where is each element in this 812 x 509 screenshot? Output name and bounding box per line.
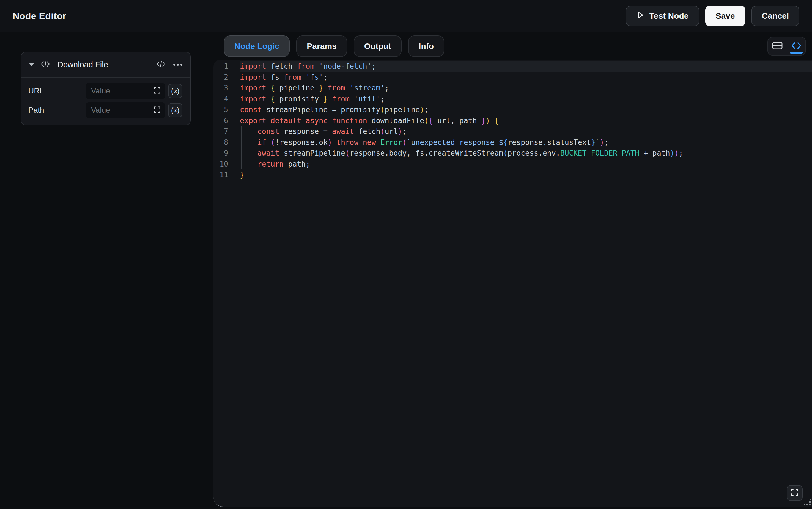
code-line: 1import fetch from 'node-fetch'; xyxy=(214,61,812,72)
view-mode-toggle xyxy=(768,37,806,56)
collapse-chevron-down-icon[interactable] xyxy=(29,63,34,66)
line-number: 2 xyxy=(214,73,240,81)
resize-grip[interactable] xyxy=(804,499,811,506)
node-title: Download File xyxy=(58,60,108,69)
edit-code-icon[interactable] xyxy=(156,60,165,69)
variable-fx-button[interactable]: (x) xyxy=(168,84,182,98)
line-number: 11 xyxy=(214,170,240,179)
code-line: 2import fs from 'fs'; xyxy=(214,72,812,83)
code-text: return path; xyxy=(240,160,310,168)
tabs-row: Node Logic Params Output Info xyxy=(214,32,812,60)
top-bar-actions: Test Node Save Cancel xyxy=(626,6,799,26)
code-icon xyxy=(40,60,50,69)
line-number: 9 xyxy=(214,149,240,157)
expand-icon[interactable] xyxy=(153,106,161,114)
line-number: 6 xyxy=(214,116,240,125)
code-text: const streamPipeline = promisify(pipelin… xyxy=(240,105,429,114)
code-text: import fetch from 'node-fetch'; xyxy=(240,62,376,70)
split-view-toggle-button[interactable] xyxy=(768,37,787,55)
code-text: import { promisify } from 'util'; xyxy=(240,95,385,103)
fullscreen-icon xyxy=(790,488,799,498)
code-line: 4import { promisify } from 'util'; xyxy=(214,94,812,104)
code-text: export default async function downloadFi… xyxy=(240,116,499,125)
left-pane: Download File URL Val xyxy=(0,32,213,509)
code-line: 5const streamPipeline = promisify(pipeli… xyxy=(214,104,812,115)
active-toggle-indicator xyxy=(790,52,803,54)
code-line: 9 await streamPipeline(response.body, fs… xyxy=(214,147,812,159)
code-line: 11} xyxy=(214,169,812,180)
code-text: const response = await fetch(url); xyxy=(240,127,407,135)
node-card-header-actions xyxy=(156,60,182,69)
tab-output[interactable]: Output xyxy=(354,35,402,57)
code-text: await streamPipeline(response.body, fs.c… xyxy=(240,149,683,157)
path-input[interactable]: Value xyxy=(86,102,165,118)
page-title: Node Editor xyxy=(13,11,66,22)
code-line: 8 if (!response.ok) throw new Error(`une… xyxy=(214,137,812,148)
code-text: if (!response.ok) throw new Error(`unexp… xyxy=(240,138,608,146)
code-line: 6export default async function downloadF… xyxy=(214,115,812,126)
play-icon xyxy=(636,11,645,22)
line-number: 7 xyxy=(214,127,240,135)
line-number: 10 xyxy=(214,160,240,168)
code-lines: 1import fetch from 'node-fetch';2import … xyxy=(214,60,812,180)
editor-pane: Node Logic Params Output Info xyxy=(213,32,812,509)
field-label: URL xyxy=(28,87,86,95)
top-bar: Node Editor Test Node Save Cancel xyxy=(0,0,812,32)
main-layout: Download File URL Val xyxy=(0,32,812,509)
save-button[interactable]: Save xyxy=(705,6,745,26)
code-icon xyxy=(791,41,802,51)
line-number: 5 xyxy=(214,105,240,114)
node-card-body: URL Value (x) Path Value xyxy=(21,77,190,125)
field-row-url: URL Value (x) xyxy=(28,83,183,99)
tab-node-logic[interactable]: Node Logic xyxy=(224,35,290,57)
variable-fx-button[interactable]: (x) xyxy=(168,103,182,117)
line-number: 3 xyxy=(214,83,240,92)
code-text: import { pipeline } from 'stream'; xyxy=(240,83,389,92)
node-card: Download File URL Val xyxy=(21,52,191,125)
input-placeholder: Value xyxy=(91,106,153,114)
code-text: import fs from 'fs'; xyxy=(240,73,327,81)
tab-info[interactable]: Info xyxy=(408,35,444,57)
cancel-button[interactable]: Cancel xyxy=(751,6,799,26)
split-rows-icon xyxy=(772,41,783,51)
node-card-header: Download File xyxy=(21,52,190,77)
tab-params[interactable]: Params xyxy=(296,35,347,57)
line-number: 1 xyxy=(214,62,240,70)
input-placeholder: Value xyxy=(91,87,153,95)
test-node-button[interactable]: Test Node xyxy=(626,6,699,26)
code-line: 3import { pipeline } from 'stream'; xyxy=(214,82,812,94)
expand-icon[interactable] xyxy=(153,87,161,95)
code-line: 7 const response = await fetch(url); xyxy=(214,126,812,137)
field-label: Path xyxy=(28,106,86,114)
code-editor[interactable]: 1import fetch from 'node-fetch';2import … xyxy=(214,60,812,507)
code-text: } xyxy=(240,170,244,179)
line-number: 4 xyxy=(214,95,240,103)
line-number: 8 xyxy=(214,138,240,146)
more-options-ellipsis-icon[interactable] xyxy=(173,64,182,66)
fullscreen-button[interactable] xyxy=(787,485,803,501)
code-view-toggle-button[interactable] xyxy=(787,37,805,55)
code-line: 10 return path; xyxy=(214,159,812,170)
url-input[interactable]: Value xyxy=(86,83,165,99)
field-row-path: Path Value (x) xyxy=(28,102,183,118)
